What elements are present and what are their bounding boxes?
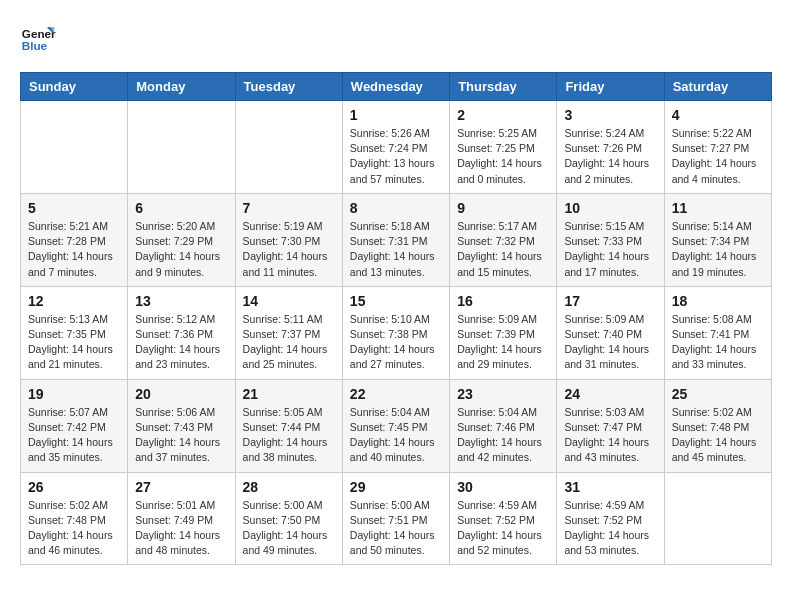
day-info: Sunrise: 5:08 AMSunset: 7:41 PMDaylight:… xyxy=(672,312,764,373)
day-number: 3 xyxy=(564,107,656,123)
day-number: 11 xyxy=(672,200,764,216)
calendar-cell xyxy=(21,101,128,194)
calendar-cell: 21Sunrise: 5:05 AMSunset: 7:44 PMDayligh… xyxy=(235,379,342,472)
calendar-cell: 15Sunrise: 5:10 AMSunset: 7:38 PMDayligh… xyxy=(342,286,449,379)
calendar-cell: 22Sunrise: 5:04 AMSunset: 7:45 PMDayligh… xyxy=(342,379,449,472)
weekday-header: Tuesday xyxy=(235,73,342,101)
day-number: 6 xyxy=(135,200,227,216)
calendar-cell: 9Sunrise: 5:17 AMSunset: 7:32 PMDaylight… xyxy=(450,193,557,286)
logo: General Blue xyxy=(20,20,56,56)
day-number: 10 xyxy=(564,200,656,216)
calendar-cell xyxy=(128,101,235,194)
calendar-cell xyxy=(664,472,771,565)
calendar-cell: 25Sunrise: 5:02 AMSunset: 7:48 PMDayligh… xyxy=(664,379,771,472)
day-info: Sunrise: 4:59 AMSunset: 7:52 PMDaylight:… xyxy=(457,498,549,559)
day-number: 18 xyxy=(672,293,764,309)
day-info: Sunrise: 5:07 AMSunset: 7:42 PMDaylight:… xyxy=(28,405,120,466)
calendar-cell: 20Sunrise: 5:06 AMSunset: 7:43 PMDayligh… xyxy=(128,379,235,472)
day-info: Sunrise: 4:59 AMSunset: 7:52 PMDaylight:… xyxy=(564,498,656,559)
day-info: Sunrise: 5:00 AMSunset: 7:50 PMDaylight:… xyxy=(243,498,335,559)
day-number: 2 xyxy=(457,107,549,123)
page-header: General Blue xyxy=(20,20,772,56)
day-info: Sunrise: 5:17 AMSunset: 7:32 PMDaylight:… xyxy=(457,219,549,280)
calendar-week-row: 12Sunrise: 5:13 AMSunset: 7:35 PMDayligh… xyxy=(21,286,772,379)
calendar-cell: 8Sunrise: 5:18 AMSunset: 7:31 PMDaylight… xyxy=(342,193,449,286)
calendar-cell: 27Sunrise: 5:01 AMSunset: 7:49 PMDayligh… xyxy=(128,472,235,565)
calendar-week-row: 19Sunrise: 5:07 AMSunset: 7:42 PMDayligh… xyxy=(21,379,772,472)
day-info: Sunrise: 5:22 AMSunset: 7:27 PMDaylight:… xyxy=(672,126,764,187)
day-info: Sunrise: 5:25 AMSunset: 7:25 PMDaylight:… xyxy=(457,126,549,187)
weekday-header: Friday xyxy=(557,73,664,101)
day-number: 22 xyxy=(350,386,442,402)
day-number: 20 xyxy=(135,386,227,402)
calendar-cell: 1Sunrise: 5:26 AMSunset: 7:24 PMDaylight… xyxy=(342,101,449,194)
day-number: 26 xyxy=(28,479,120,495)
calendar-week-row: 5Sunrise: 5:21 AMSunset: 7:28 PMDaylight… xyxy=(21,193,772,286)
day-info: Sunrise: 5:10 AMSunset: 7:38 PMDaylight:… xyxy=(350,312,442,373)
day-info: Sunrise: 5:19 AMSunset: 7:30 PMDaylight:… xyxy=(243,219,335,280)
day-info: Sunrise: 5:12 AMSunset: 7:36 PMDaylight:… xyxy=(135,312,227,373)
calendar-cell: 3Sunrise: 5:24 AMSunset: 7:26 PMDaylight… xyxy=(557,101,664,194)
calendar-header-row: SundayMondayTuesdayWednesdayThursdayFrid… xyxy=(21,73,772,101)
calendar-cell xyxy=(235,101,342,194)
calendar-cell: 31Sunrise: 4:59 AMSunset: 7:52 PMDayligh… xyxy=(557,472,664,565)
day-number: 8 xyxy=(350,200,442,216)
calendar-cell: 29Sunrise: 5:00 AMSunset: 7:51 PMDayligh… xyxy=(342,472,449,565)
calendar-cell: 23Sunrise: 5:04 AMSunset: 7:46 PMDayligh… xyxy=(450,379,557,472)
day-info: Sunrise: 5:24 AMSunset: 7:26 PMDaylight:… xyxy=(564,126,656,187)
calendar-table: SundayMondayTuesdayWednesdayThursdayFrid… xyxy=(20,72,772,565)
calendar-week-row: 1Sunrise: 5:26 AMSunset: 7:24 PMDaylight… xyxy=(21,101,772,194)
day-number: 12 xyxy=(28,293,120,309)
day-number: 27 xyxy=(135,479,227,495)
logo-icon: General Blue xyxy=(20,20,56,56)
weekday-header: Saturday xyxy=(664,73,771,101)
day-number: 4 xyxy=(672,107,764,123)
day-info: Sunrise: 5:03 AMSunset: 7:47 PMDaylight:… xyxy=(564,405,656,466)
day-number: 16 xyxy=(457,293,549,309)
calendar-cell: 11Sunrise: 5:14 AMSunset: 7:34 PMDayligh… xyxy=(664,193,771,286)
day-info: Sunrise: 5:20 AMSunset: 7:29 PMDaylight:… xyxy=(135,219,227,280)
day-info: Sunrise: 5:06 AMSunset: 7:43 PMDaylight:… xyxy=(135,405,227,466)
day-number: 31 xyxy=(564,479,656,495)
day-info: Sunrise: 5:01 AMSunset: 7:49 PMDaylight:… xyxy=(135,498,227,559)
day-info: Sunrise: 5:26 AMSunset: 7:24 PMDaylight:… xyxy=(350,126,442,187)
calendar-cell: 18Sunrise: 5:08 AMSunset: 7:41 PMDayligh… xyxy=(664,286,771,379)
day-info: Sunrise: 5:15 AMSunset: 7:33 PMDaylight:… xyxy=(564,219,656,280)
day-number: 7 xyxy=(243,200,335,216)
day-info: Sunrise: 5:13 AMSunset: 7:35 PMDaylight:… xyxy=(28,312,120,373)
calendar-cell: 7Sunrise: 5:19 AMSunset: 7:30 PMDaylight… xyxy=(235,193,342,286)
calendar-cell: 28Sunrise: 5:00 AMSunset: 7:50 PMDayligh… xyxy=(235,472,342,565)
day-info: Sunrise: 5:18 AMSunset: 7:31 PMDaylight:… xyxy=(350,219,442,280)
day-number: 1 xyxy=(350,107,442,123)
day-info: Sunrise: 5:09 AMSunset: 7:40 PMDaylight:… xyxy=(564,312,656,373)
calendar-cell: 13Sunrise: 5:12 AMSunset: 7:36 PMDayligh… xyxy=(128,286,235,379)
day-info: Sunrise: 5:05 AMSunset: 7:44 PMDaylight:… xyxy=(243,405,335,466)
calendar-week-row: 26Sunrise: 5:02 AMSunset: 7:48 PMDayligh… xyxy=(21,472,772,565)
day-info: Sunrise: 5:04 AMSunset: 7:45 PMDaylight:… xyxy=(350,405,442,466)
day-number: 14 xyxy=(243,293,335,309)
calendar-cell: 19Sunrise: 5:07 AMSunset: 7:42 PMDayligh… xyxy=(21,379,128,472)
calendar-cell: 24Sunrise: 5:03 AMSunset: 7:47 PMDayligh… xyxy=(557,379,664,472)
day-number: 30 xyxy=(457,479,549,495)
calendar-cell: 16Sunrise: 5:09 AMSunset: 7:39 PMDayligh… xyxy=(450,286,557,379)
day-number: 25 xyxy=(672,386,764,402)
day-info: Sunrise: 5:14 AMSunset: 7:34 PMDaylight:… xyxy=(672,219,764,280)
day-info: Sunrise: 5:02 AMSunset: 7:48 PMDaylight:… xyxy=(672,405,764,466)
weekday-header: Thursday xyxy=(450,73,557,101)
calendar-cell: 14Sunrise: 5:11 AMSunset: 7:37 PMDayligh… xyxy=(235,286,342,379)
day-number: 17 xyxy=(564,293,656,309)
day-number: 15 xyxy=(350,293,442,309)
day-number: 28 xyxy=(243,479,335,495)
weekday-header: Sunday xyxy=(21,73,128,101)
calendar-cell: 5Sunrise: 5:21 AMSunset: 7:28 PMDaylight… xyxy=(21,193,128,286)
calendar-cell: 10Sunrise: 5:15 AMSunset: 7:33 PMDayligh… xyxy=(557,193,664,286)
calendar-cell: 4Sunrise: 5:22 AMSunset: 7:27 PMDaylight… xyxy=(664,101,771,194)
svg-text:Blue: Blue xyxy=(22,39,48,52)
calendar-cell: 30Sunrise: 4:59 AMSunset: 7:52 PMDayligh… xyxy=(450,472,557,565)
calendar-cell: 12Sunrise: 5:13 AMSunset: 7:35 PMDayligh… xyxy=(21,286,128,379)
calendar-cell: 2Sunrise: 5:25 AMSunset: 7:25 PMDaylight… xyxy=(450,101,557,194)
day-number: 9 xyxy=(457,200,549,216)
day-info: Sunrise: 5:09 AMSunset: 7:39 PMDaylight:… xyxy=(457,312,549,373)
day-number: 13 xyxy=(135,293,227,309)
day-info: Sunrise: 5:21 AMSunset: 7:28 PMDaylight:… xyxy=(28,219,120,280)
